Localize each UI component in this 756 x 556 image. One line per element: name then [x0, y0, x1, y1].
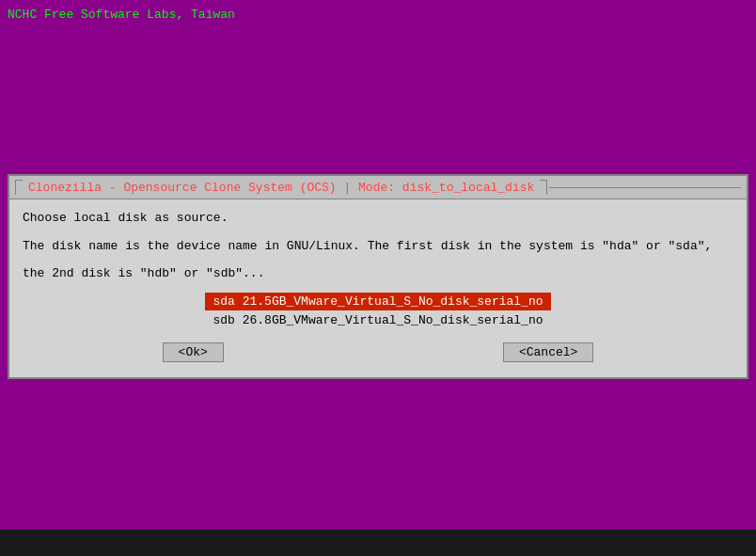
ok-button[interactable]: <Ok> [163, 342, 224, 362]
title-tab-right [540, 180, 547, 195]
bottom-bar [0, 530, 756, 556]
cancel-button[interactable]: <Cancel> [503, 342, 593, 362]
instruction-line-2: The disk name is the device name in GNU/… [23, 237, 733, 256]
dialog-body: Choose local disk as source. The disk na… [9, 199, 747, 377]
header-text: NCHC Free Software Labs, Taiwan [8, 8, 235, 22]
button-row: <Ok> <Cancel> [23, 342, 733, 368]
disk-item-wrapper-sda: sda 21.5GB_VMware_Virtual_S_No_disk_seri… [23, 293, 733, 310]
instruction-line-1: Choose local disk as source. [23, 209, 733, 228]
disk-list: sda 21.5GB_VMware_Virtual_S_No_disk_seri… [23, 293, 733, 327]
dialog-title-bar: Clonezilla - Opensource Clone System (OC… [9, 176, 747, 199]
title-line [549, 187, 741, 188]
disk-item-sda[interactable]: sda 21.5GB_VMware_Virtual_S_No_disk_seri… [205, 293, 550, 310]
dialog-box: Clonezilla - Opensource Clone System (OC… [8, 174, 748, 379]
disk-item-sdb[interactable]: sdb 26.8GB_VMware_Virtual_S_No_disk_seri… [205, 311, 550, 329]
title-tab-left [15, 180, 23, 195]
dialog-title: Clonezilla - Opensource Clone System (OC… [23, 181, 540, 195]
disk-item-wrapper-sdb: sdb 26.8GB_VMware_Virtual_S_No_disk_seri… [23, 312, 733, 327]
instruction-line-3: the 2nd disk is "hdb" or "sdb"... [23, 264, 733, 283]
